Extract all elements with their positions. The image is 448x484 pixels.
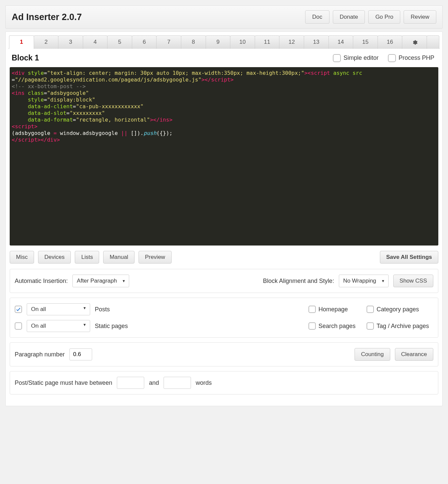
search-checkbox[interactable] — [308, 322, 316, 330]
manual-button[interactable]: Manual — [103, 251, 135, 264]
tab-settings[interactable] — [402, 35, 427, 49]
tab-bar: 1 2 3 4 5 6 7 8 9 10 11 12 13 14 15 16 — [8, 35, 440, 49]
auto-insertion-value: After Paragraph — [77, 278, 117, 284]
donate-button[interactable]: Donate — [333, 10, 365, 24]
preview-button[interactable]: Preview — [139, 251, 171, 264]
tab-6[interactable]: 6 — [132, 35, 157, 49]
static-line: On all Static pages Search pages Tag / A… — [15, 320, 433, 332]
static-select[interactable]: On all — [27, 320, 90, 332]
words-max-input[interactable] — [164, 377, 191, 389]
homepage-checkbox[interactable] — [308, 306, 316, 313]
category-checkbox[interactable] — [367, 306, 374, 313]
tab-14[interactable]: 14 — [328, 35, 354, 49]
save-all-button[interactable]: Save All Settings — [380, 251, 438, 264]
posts-checkbox[interactable] — [15, 306, 22, 313]
block-alignment-value: No Wrapping — [343, 278, 376, 284]
homepage-label: Homepage — [318, 306, 348, 313]
tab-13[interactable]: 13 — [304, 35, 329, 49]
static-label: Static pages — [95, 323, 138, 330]
words-mid: and — [149, 379, 159, 386]
review-button[interactable]: Review — [404, 10, 436, 24]
tag-checkbox[interactable] — [367, 322, 374, 330]
paragraph-row: Paragraph number Counting Clearance — [10, 342, 438, 366]
code-editor[interactable]: <div style="text-align: center; margin: … — [10, 67, 438, 246]
words-prefix: Post/Static page must have between — [15, 379, 112, 386]
lists-button[interactable]: Lists — [75, 251, 99, 264]
posts-line: On all Posts Homepage Category pages — [15, 303, 433, 315]
category-label: Category pages — [377, 306, 419, 313]
tab-8[interactable]: 8 — [181, 35, 206, 49]
section-buttons: Misc Devices Lists Manual Preview Save A… — [8, 251, 440, 269]
tab-7[interactable]: 7 — [156, 35, 181, 49]
tab-12[interactable]: 12 — [279, 35, 304, 49]
header-panel: Ad Inserter 2.0.7 Doc Donate Go Pro Revi… — [5, 5, 443, 29]
pages-row: On all Posts Homepage Category pages On … — [10, 298, 438, 338]
words-suffix: words — [196, 379, 212, 386]
paragraph-number-input[interactable] — [69, 348, 92, 360]
tab-5[interactable]: 5 — [107, 35, 132, 49]
block-title: Block 1 — [12, 53, 39, 62]
search-label: Search pages — [318, 323, 356, 330]
clearance-button[interactable]: Clearance — [395, 348, 434, 361]
words-row: Post/Static page must have between and w… — [10, 371, 438, 394]
process-php-checkbox[interactable] — [388, 54, 396, 62]
header-buttons: Doc Donate Go Pro Review — [305, 10, 436, 24]
posts-select-value: On all — [31, 306, 46, 312]
doc-button[interactable]: Doc — [305, 10, 329, 24]
block-alignment-select[interactable]: No Wrapping — [339, 275, 389, 287]
gopro-button[interactable]: Go Pro — [368, 10, 400, 24]
tab-3[interactable]: 3 — [58, 35, 83, 49]
show-css-button[interactable]: Show CSS — [393, 275, 433, 287]
tag-label: Tag / Archive pages — [377, 323, 429, 330]
tab-9[interactable]: 9 — [206, 35, 231, 49]
block-header: Block 1 Simple editor Process PHP — [8, 53, 440, 67]
simple-editor-checkbox[interactable] — [333, 54, 341, 62]
tab-2[interactable]: 2 — [34, 35, 59, 49]
tab-11[interactable]: 11 — [255, 35, 280, 49]
simple-editor-label: Simple editor — [344, 54, 379, 61]
tab-1[interactable]: 1 — [9, 35, 34, 49]
counting-button[interactable]: Counting — [355, 348, 390, 361]
tab-4[interactable]: 4 — [83, 35, 108, 49]
tab-16[interactable]: 16 — [378, 35, 403, 49]
tab-15[interactable]: 15 — [353, 35, 378, 49]
words-min-input[interactable] — [117, 377, 144, 389]
auto-insertion-select[interactable]: After Paragraph — [72, 275, 129, 287]
devices-button[interactable]: Devices — [38, 251, 71, 264]
insertion-row: Automatic Insertion: After Paragraph Blo… — [10, 269, 438, 293]
auto-insertion-label: Automatic Insertion: — [15, 278, 68, 285]
process-php-label: Process PHP — [399, 54, 434, 61]
misc-button[interactable]: Misc — [10, 251, 34, 264]
paragraph-number-label: Paragraph number — [15, 351, 65, 358]
tab-10[interactable]: 10 — [230, 35, 255, 49]
block-alignment-label: Block Alignment and Style: — [263, 278, 334, 285]
static-checkbox[interactable] — [15, 322, 22, 330]
gear-icon — [412, 39, 418, 45]
static-select-value: On all — [31, 323, 46, 329]
app-title: Ad Inserter 2.0.7 — [12, 12, 82, 22]
posts-select[interactable]: On all — [27, 303, 90, 315]
posts-label: Posts — [95, 306, 138, 313]
main-panel: 1 2 3 4 5 6 7 8 9 10 11 12 13 14 15 16 B… — [5, 31, 443, 406]
tab-extra[interactable] — [427, 35, 439, 49]
